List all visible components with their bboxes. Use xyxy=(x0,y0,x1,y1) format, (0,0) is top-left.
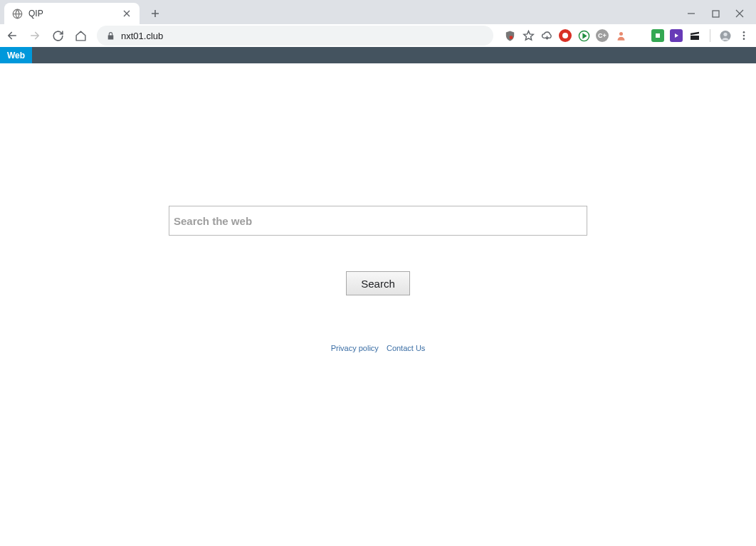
extension-person-icon[interactable] xyxy=(614,29,627,42)
svg-rect-1 xyxy=(713,11,719,17)
address-bar[interactable]: nxt01.club xyxy=(97,26,493,46)
svg-point-3 xyxy=(562,33,568,38)
minimize-window-icon[interactable] xyxy=(686,9,696,19)
url-text: nxt01.club xyxy=(121,31,163,41)
svg-rect-6 xyxy=(656,33,660,38)
close-tab-icon[interactable] xyxy=(121,8,132,19)
close-window-icon[interactable] xyxy=(735,9,745,19)
svg-point-5 xyxy=(619,31,623,35)
extensions-area: C+ xyxy=(503,29,750,42)
back-icon[interactable] xyxy=(6,29,19,42)
tab-title: QIP xyxy=(28,9,121,19)
svg-point-11 xyxy=(743,38,745,40)
extension-adblock-icon[interactable] xyxy=(559,29,572,42)
profile-icon[interactable] xyxy=(719,29,732,42)
extension-clapper-icon[interactable] xyxy=(688,29,701,42)
search-box xyxy=(169,206,587,236)
extension-play-icon[interactable] xyxy=(577,29,590,42)
search-input[interactable] xyxy=(174,206,582,235)
page-nav-bar: Web xyxy=(0,47,756,63)
extension-cloud-icon[interactable] xyxy=(540,29,553,42)
contact-link[interactable]: Contact Us xyxy=(387,344,425,352)
forward-icon[interactable] xyxy=(28,29,41,42)
home-icon[interactable] xyxy=(74,29,87,42)
tab-strip: QIP xyxy=(0,0,756,24)
privacy-link[interactable]: Privacy policy xyxy=(331,344,379,352)
svg-point-10 xyxy=(743,35,745,37)
browser-tab[interactable]: QIP xyxy=(4,3,140,24)
browser-toolbar: nxt01.club C+ xyxy=(0,24,756,47)
menu-dots-icon[interactable] xyxy=(737,29,750,42)
web-tab[interactable]: Web xyxy=(0,47,32,63)
extension-purple-icon[interactable] xyxy=(670,29,683,42)
svg-rect-2 xyxy=(509,36,512,38)
reload-icon[interactable] xyxy=(51,29,64,42)
search-button[interactable]: Search xyxy=(346,271,410,295)
lock-icon xyxy=(105,31,115,41)
extension-green-icon[interactable] xyxy=(651,29,664,42)
extension-cplus-icon[interactable]: C+ xyxy=(596,29,609,42)
maximize-window-icon[interactable] xyxy=(710,9,720,19)
page-content: Search Privacy policy Contact Us xyxy=(0,63,756,352)
new-tab-button[interactable] xyxy=(145,4,165,23)
svg-point-9 xyxy=(743,31,745,33)
footer-links: Privacy policy Contact Us xyxy=(0,344,756,352)
svg-point-8 xyxy=(723,32,727,36)
globe-icon xyxy=(11,8,23,19)
star-icon[interactable] xyxy=(522,29,535,42)
extension-shield-icon[interactable] xyxy=(503,29,516,42)
separator xyxy=(710,29,710,42)
